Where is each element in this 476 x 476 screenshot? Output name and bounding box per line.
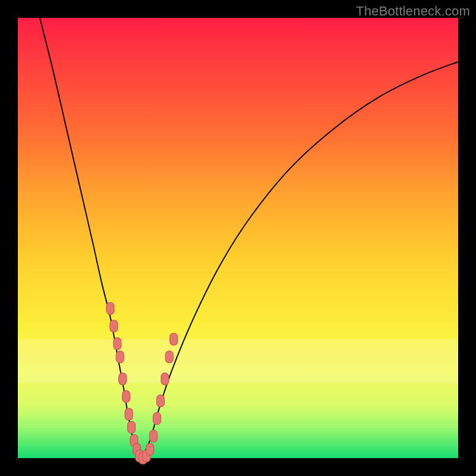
marker-point xyxy=(110,320,118,332)
marker-point xyxy=(107,302,114,314)
plot-area xyxy=(18,18,458,458)
marker-point xyxy=(165,351,173,363)
watermark-text: TheBottleneck.com xyxy=(356,4,470,19)
marker-point xyxy=(119,373,127,385)
marker-point xyxy=(114,338,121,350)
marker-point xyxy=(123,390,130,402)
marker-point xyxy=(116,351,124,363)
marker-point xyxy=(146,443,154,455)
curve-right-branch xyxy=(141,62,458,458)
marker-point xyxy=(153,412,161,424)
marker-point xyxy=(125,408,133,420)
marker-point xyxy=(127,421,135,433)
marker-group xyxy=(107,302,178,464)
marker-point xyxy=(170,333,177,345)
curve-group xyxy=(40,18,458,458)
marker-point xyxy=(156,395,164,407)
marker-point xyxy=(149,430,157,442)
marker-point xyxy=(161,373,169,385)
chart-frame: TheBottleneck.com xyxy=(0,0,476,476)
chart-svg xyxy=(18,18,458,458)
